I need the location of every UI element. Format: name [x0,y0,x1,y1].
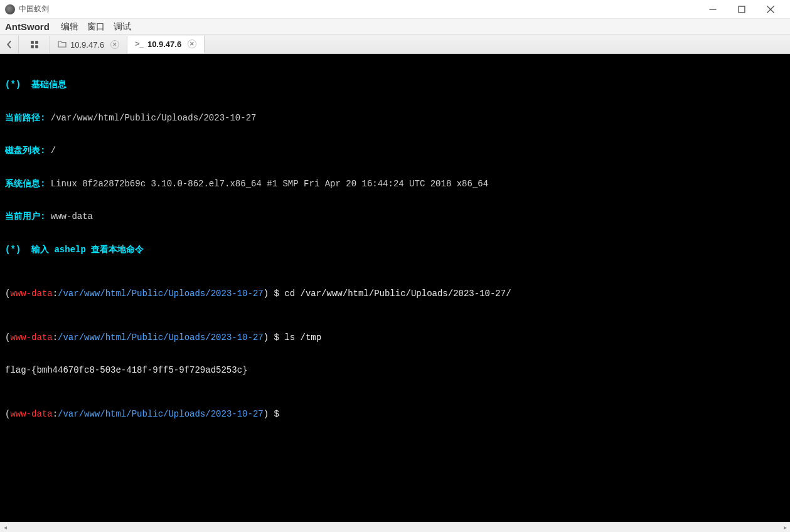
window-close[interactable] [756,0,785,19]
scroll-left-arrow[interactable]: ◂ [0,523,10,533]
svg-rect-5 [35,41,38,44]
terminal-header-sys: 系统信息: Linux 8f2a2872b69c 3.10.0-862.el7.… [5,179,785,190]
terminal-header-title: (*) 基础信息 [5,80,785,91]
svg-rect-7 [35,45,38,48]
svg-rect-6 [31,45,34,48]
terminal-pane[interactable]: (*) 基础信息 当前路径: /var/www/html/Public/Uplo… [0,54,790,522]
tab-label: 10.9.47.6 [70,40,104,50]
menu-window[interactable]: 窗口 [87,21,105,33]
app-icon [5,4,15,14]
tab-terminal[interactable]: >_ 10.9.47.6 ✕ [127,36,205,53]
window-minimize[interactable] [698,0,727,19]
horizontal-scrollbar[interactable]: ◂ ▸ [0,522,790,532]
tab-label: 10.9.47.6 [147,40,181,49]
menu-edit[interactable]: 编辑 [61,21,78,33]
tab-close-button[interactable]: ✕ [110,40,119,49]
window-title: 中国蚁剑 [19,4,49,14]
home-grid-button[interactable] [19,36,50,53]
menubar: AntSword 编辑 窗口 调试 [0,19,790,35]
terminal-header-path: 当前路径: /var/www/html/Public/Uploads/2023-… [5,113,785,124]
terminal-output: flag-{bmh44670fc8-503e-418f-9ff5-9f729ad… [5,365,785,376]
folder-icon [58,40,67,50]
terminal-line: (www-data:/var/www/html/Public/Uploads/2… [5,289,785,300]
app-brand: AntSword [5,21,50,32]
tab-strip: 10.9.47.6 ✕ >_ 10.9.47.6 ✕ [0,35,790,54]
terminal-line: (www-data:/var/www/html/Public/Uploads/2… [5,332,785,344]
svg-rect-1 [739,6,745,13]
tab-filemanager[interactable]: 10.9.47.6 ✕ [50,36,127,53]
terminal-header-help: (*) 输入 ashelp 查看本地命令 [5,245,785,256]
menu-debug[interactable]: 调试 [114,21,131,33]
nav-back-button[interactable] [0,36,19,53]
terminal-header-user: 当前用户: www-data [5,211,785,223]
terminal-header-disk: 磁盘列表: / [5,146,785,157]
svg-rect-4 [31,41,34,44]
window-maximize[interactable] [727,0,756,19]
terminal-line: (www-data:/var/www/html/Public/Uploads/2… [5,409,785,420]
window-titlebar: 中国蚁剑 [0,0,790,19]
terminal-icon: >_ [135,40,144,48]
scroll-right-arrow[interactable]: ▸ [780,523,790,533]
tab-close-button[interactable]: ✕ [188,40,196,48]
